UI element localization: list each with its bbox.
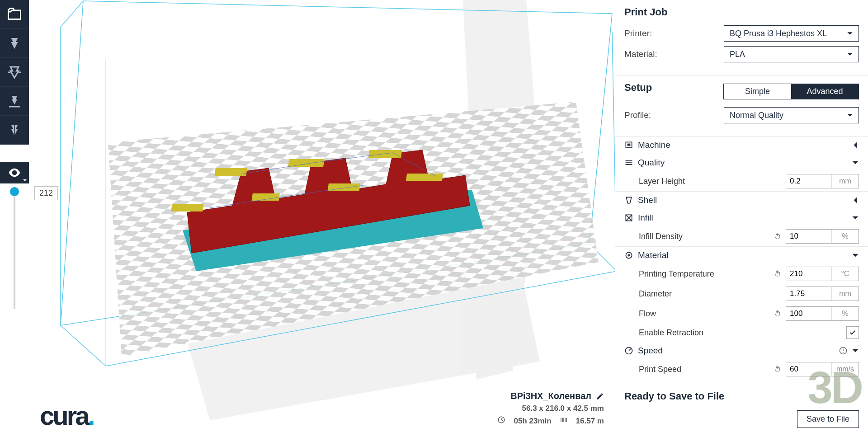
svg-rect-9: [171, 204, 203, 211]
svg-line-1: [61, 1, 83, 27]
print-time: 05h 23min: [514, 417, 551, 426]
filament-length: 16.57 m: [576, 417, 604, 426]
viewport-3d[interactable]: BPi3HX_Коленвал 56.3 x 216.0 x 42.5 mm 0…: [29, 0, 615, 437]
setup-section: Setup Simple Advanced Profile: Normal Qu…: [615, 75, 868, 136]
setting-diameter: Diameter mm: [615, 284, 868, 304]
flow-input[interactable]: [786, 307, 831, 320]
model-dimensions: 56.3 x 216.0 x 42.5 mm: [497, 404, 604, 413]
reset-icon[interactable]: [773, 232, 782, 241]
settings-tree[interactable]: Machine Quality Layer Height mm Shell: [615, 136, 868, 382]
filament-icon: [560, 416, 568, 426]
print-speed-input[interactable]: [786, 362, 831, 376]
svg-point-17: [628, 254, 630, 257]
svg-rect-12: [406, 174, 443, 181]
printer-select[interactable]: BQ Prusa i3 Hephestos XL: [724, 25, 859, 42]
enable-retraction-checkbox[interactable]: [846, 326, 859, 339]
setting-printing-temp: Printing Temperature °C: [615, 264, 868, 284]
chevron-down-icon: [852, 252, 859, 259]
model-info: BPi3HX_Коленвал 56.3 x 216.0 x 42.5 mm 0…: [497, 391, 604, 426]
layer-value: 212: [34, 186, 58, 200]
ready-section: Ready to Save to File: [615, 382, 868, 407]
print-job-title: Print Job: [624, 6, 859, 18]
chevron-down-icon: [852, 214, 859, 221]
settings-panel: Print Job Printer: BQ Prusa i3 Hephestos…: [615, 0, 868, 437]
setting-infill-density: Infill Density %: [615, 226, 868, 246]
setting-flow: Flow %: [615, 304, 868, 324]
layer-slider[interactable]: 212: [0, 188, 29, 309]
scale-tool-button[interactable]: [0, 58, 29, 87]
material-label: Material:: [624, 49, 719, 59]
shell-icon: [624, 196, 633, 205]
setting-layer-height: Layer Height mm: [615, 171, 868, 191]
chevron-down-icon: [852, 159, 859, 166]
tab-advanced[interactable]: Advanced: [791, 84, 859, 99]
machine-icon: [624, 141, 633, 150]
rotate-tool-button[interactable]: [0, 87, 29, 116]
setup-title: Setup: [624, 82, 652, 94]
profile-select[interactable]: Normal Quality: [724, 107, 859, 123]
svg-rect-15: [627, 144, 631, 146]
svg-rect-6: [214, 168, 247, 176]
chevron-left-icon: [852, 197, 859, 204]
category-infill[interactable]: Infill: [615, 209, 868, 226]
chevron-down-icon: [852, 347, 859, 354]
move-tool-button[interactable]: [0, 29, 29, 58]
cura-logo: cura.: [40, 400, 94, 431]
layer-height-input[interactable]: [786, 174, 831, 188]
infill-density-input[interactable]: [786, 230, 831, 243]
speed-icon: [624, 346, 633, 355]
category-quality[interactable]: Quality: [615, 154, 868, 171]
profile-label: Profile:: [624, 110, 719, 120]
slider-track[interactable]: [14, 192, 15, 309]
reset-icon[interactable]: [773, 269, 782, 278]
ready-title: Ready to Save to File: [624, 390, 859, 402]
tab-simple[interactable]: Simple: [724, 84, 791, 99]
quality-icon: [624, 158, 633, 167]
setting-enable-retraction: Enable Retraction: [615, 324, 868, 342]
chevron-down-icon: [847, 112, 853, 118]
open-file-button[interactable]: [0, 0, 29, 29]
category-shell[interactable]: Shell: [615, 192, 868, 209]
view-mode-button[interactable]: [0, 162, 29, 183]
chevron-down-icon: [847, 30, 853, 37]
reset-icon[interactable]: [773, 365, 782, 374]
printer-label: Printer:: [624, 28, 719, 38]
save-to-file-button[interactable]: Save to File: [797, 410, 859, 428]
svg-rect-8: [368, 150, 402, 158]
printing-temp-input[interactable]: [786, 267, 831, 281]
mirror-tool-button[interactable]: [0, 116, 29, 145]
warning-icon: [839, 347, 847, 355]
mode-tabs: Simple Advanced: [723, 84, 859, 99]
svg-rect-10: [252, 193, 280, 201]
infill-icon: [624, 213, 633, 222]
slider-handle[interactable]: [10, 187, 19, 196]
setting-print-speed: Print Speed mm/s: [615, 359, 868, 379]
chevron-left-icon: [852, 141, 859, 149]
reset-icon[interactable]: [773, 309, 782, 318]
material-select[interactable]: PLA: [724, 46, 859, 62]
model-name: BPi3HX_Коленвал: [510, 391, 591, 401]
rename-icon[interactable]: [596, 392, 604, 400]
print-job-section: Print Job Printer: BQ Prusa i3 Hephestos…: [615, 0, 868, 75]
chevron-down-icon: [847, 51, 853, 57]
category-machine[interactable]: Machine: [615, 136, 868, 154]
category-material[interactable]: Material: [615, 247, 868, 264]
diameter-input[interactable]: [786, 287, 831, 301]
clock-icon: [497, 416, 505, 426]
material-icon: [624, 251, 633, 260]
category-speed[interactable]: Speed: [615, 342, 868, 359]
left-toolbar: 212: [0, 0, 29, 437]
